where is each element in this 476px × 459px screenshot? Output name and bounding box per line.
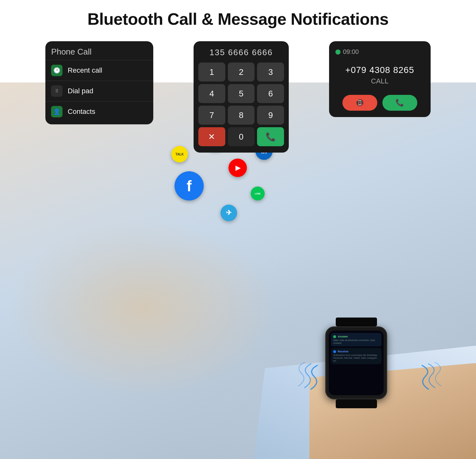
- dialpad-delete[interactable]: ✕: [198, 127, 225, 146]
- time-value: 09:00: [343, 48, 359, 56]
- dial-pad-item[interactable]: ⠿ Dial pad: [45, 81, 153, 101]
- youtube-icon: ▶: [228, 159, 247, 177]
- dialpad-number: 135 6666 6666: [198, 48, 284, 57]
- dialpad-7[interactable]: 7: [198, 106, 225, 125]
- decline-button[interactable]: 📵: [342, 95, 377, 111]
- watch-strap-top: [336, 318, 377, 326]
- dialpad-3[interactable]: 3: [257, 62, 284, 82]
- dialpad-9[interactable]: 9: [257, 106, 284, 125]
- notif-answer-title: Answer: [338, 335, 348, 338]
- smartwatch: Answer Make Calls via Bluetooth connecti…: [325, 318, 387, 408]
- watch-notif-answer: Answer Make Calls via Bluetooth connecti…: [331, 333, 381, 346]
- notif-receive-text: Notifications from social Apps like What…: [333, 354, 379, 362]
- notif-receive-title: Receive: [338, 350, 348, 353]
- dialpad-5[interactable]: 5: [228, 84, 255, 103]
- contacts-icon: 👤: [51, 106, 63, 117]
- wave-left: [292, 359, 321, 397]
- recent-call-icon: 🕐: [51, 65, 63, 76]
- answer-icon: 📞: [395, 99, 404, 107]
- notif-answer-header: Answer: [333, 335, 379, 338]
- dialpad-8[interactable]: 8: [228, 106, 255, 125]
- dialpad-4[interactable]: 4: [198, 84, 225, 103]
- caller-number: +079 4308 8265: [335, 65, 424, 75]
- line-icon: LINE: [251, 187, 265, 200]
- incoming-call-card: 09:00 +079 4308 8265 CALL 📵 📞: [329, 41, 431, 117]
- dialpad-2[interactable]: 2: [228, 62, 255, 82]
- watch-body: Answer Make Calls via Bluetooth connecti…: [325, 326, 387, 399]
- dialpad-call[interactable]: 📞: [257, 127, 284, 146]
- call-actions: 📵 📞: [335, 95, 424, 111]
- cards-area: Phone Call 🕐 Recent call ⠿ Dial pad 👤 Co…: [0, 35, 476, 156]
- contacts-item[interactable]: 👤 Contacts: [45, 101, 153, 122]
- wrist-area: Answer Make Calls via Bluetooth connecti…: [254, 285, 476, 459]
- dialpad-1[interactable]: 1: [198, 62, 225, 82]
- dial-pad-label: Dial pad: [68, 87, 93, 95]
- recent-call-label: Recent call: [68, 66, 102, 75]
- contacts-label: Contacts: [68, 108, 95, 116]
- notif-answer-dot: [333, 335, 336, 338]
- incoming-time: 09:00: [335, 48, 424, 56]
- phone-call-card: Phone Call 🕐 Recent call ⠿ Dial pad 👤 Co…: [45, 41, 153, 124]
- facebook-icon: f: [175, 171, 204, 200]
- time-indicator: [335, 49, 340, 55]
- dialpad-card: 135 6666 6666 1 2 3 4 5 6 7 8 9 ✕ 0 📞: [194, 41, 289, 153]
- watch-strap-bottom: [336, 399, 377, 408]
- dialpad-0[interactable]: 0: [228, 127, 255, 146]
- watch-screen: Answer Make Calls via Bluetooth connecti…: [329, 331, 384, 395]
- dialpad-6[interactable]: 6: [257, 84, 284, 103]
- page-title: Bluetooth Call & Message Notifications: [0, 0, 476, 35]
- dialpad-grid: 1 2 3 4 5 6 7 8 9 ✕ 0 📞: [198, 62, 284, 146]
- notif-receive-header: Receive: [333, 350, 379, 353]
- decline-icon: 📵: [355, 99, 364, 107]
- notif-receive-dot: [333, 350, 336, 353]
- telegram-icon: ✈: [221, 205, 237, 221]
- dial-pad-icon: ⠿: [51, 85, 63, 97]
- phone-call-title: Phone Call: [45, 47, 153, 60]
- wave-right: [419, 359, 447, 397]
- notif-answer-text: Make Calls via Bluetooth connection, Syn…: [333, 339, 379, 344]
- answer-button[interactable]: 📞: [382, 95, 417, 111]
- recent-call-item[interactable]: 🕐 Recent call: [45, 60, 153, 81]
- call-status-label: CALL: [335, 77, 424, 85]
- watch-notif-receive: Receive Notifications from social Apps l…: [331, 348, 381, 364]
